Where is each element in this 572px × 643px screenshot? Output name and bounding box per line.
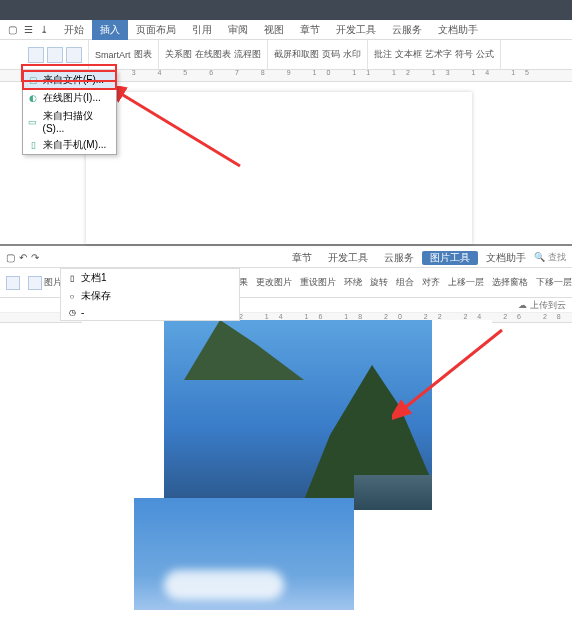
document-info-panel: ▯ 文档1 ○ 未保存 ◷ - [60, 268, 240, 321]
tab-review[interactable]: 审阅 [220, 20, 256, 40]
phone-label: 来自手机(M)... [43, 138, 106, 152]
relation-chart-label[interactable]: 关系图 [165, 48, 192, 61]
new-icon[interactable]: ▢ [6, 24, 18, 36]
doc-icon: ▯ [67, 273, 77, 283]
flowchart-label[interactable]: 流程图 [234, 48, 261, 61]
shadow-icon[interactable] [28, 276, 42, 290]
insert-picture-dropdown: ▢ 来自文件(F)... ◐ 在线图片(I)... ▭ 来自扫描仪(S)... … [22, 70, 117, 155]
ribbon-group-content: 截屏和取图 页码 水印 [268, 40, 368, 70]
ribbon-group-text: 批注 文本框 艺术字 符号 公式 [368, 40, 501, 70]
mountain-image[interactable] [164, 320, 432, 500]
inserted-images[interactable] [134, 320, 432, 610]
document-page-blank [86, 92, 472, 244]
tab-view[interactable]: 视图 [256, 20, 292, 40]
textbox-label[interactable]: 文本框 [395, 48, 422, 61]
online-chart-label[interactable]: 在线图表 [195, 48, 231, 61]
tab-start[interactable]: 开始 [56, 20, 92, 40]
dropdown-online[interactable]: ◐ 在线图片(I)... [23, 89, 116, 107]
lake-image[interactable] [354, 475, 432, 510]
unsaved-icon: ○ [67, 291, 77, 301]
group-label[interactable]: 组合 [396, 276, 414, 289]
ribbon-group-images [22, 40, 89, 70]
tab-picture-tools[interactable]: 图片工具 [422, 251, 478, 265]
redo-icon[interactable]: ↷ [31, 252, 39, 263]
top-screenshot: ▢ ☰ ⤓ 开始 插入 页面布局 引用 审阅 视图 章节 开发工具 云服务 文档… [0, 0, 572, 246]
online-label: 在线图片(I)... [43, 91, 101, 105]
pagenum-label[interactable]: 页码 [322, 48, 340, 61]
reset-label[interactable]: 重设图片 [300, 276, 336, 289]
new-icon[interactable]: ▢ [6, 252, 15, 263]
undo-icon[interactable]: ↶ [19, 252, 27, 263]
tab-cloud[interactable]: 云服务 [384, 20, 430, 40]
tab-cloud-b[interactable]: 云服务 [376, 251, 422, 265]
smartart-label[interactable]: SmartArt [95, 50, 131, 60]
chart-icon[interactable] [66, 47, 82, 63]
picture-icon[interactable] [28, 47, 44, 63]
dropdown-phone[interactable]: ▯ 来自手机(M)... [23, 136, 116, 154]
unsaved-row: ○ 未保存 [61, 287, 239, 305]
rotate-label[interactable]: 旋转 [370, 276, 388, 289]
cloud-upload[interactable]: ☁ 上传到云 [518, 299, 572, 312]
wordart-label[interactable]: 艺术字 [425, 48, 452, 61]
tab-references[interactable]: 引用 [184, 20, 220, 40]
ribbon-group-charts: 关系图 在线图表 流程图 [159, 40, 268, 70]
doc-name-row[interactable]: ▯ 文档1 [61, 269, 239, 287]
symbol-label[interactable]: 符号 [455, 48, 473, 61]
window-titlebar [0, 0, 572, 20]
dropdown-from-file[interactable]: ▢ 来自文件(F)... [23, 71, 116, 89]
clock-icon: ◷ [67, 308, 77, 318]
quick-access-bottom: ▢ ↶ ↷ [0, 252, 45, 263]
align-label[interactable]: 对齐 [422, 276, 440, 289]
ribbon-insert: SmartArt 图表 关系图 在线图表 流程图 截屏和取图 页码 水印 批注 … [0, 40, 572, 70]
doc-name-label: 文档1 [81, 271, 107, 285]
dash-label: - [81, 307, 84, 318]
dash-row: ◷ - [61, 305, 239, 320]
ribbon-group-smartart: SmartArt 图表 [89, 40, 159, 70]
sky-image[interactable] [134, 498, 354, 610]
dropdown-scanner[interactable]: ▭ 来自扫描仪(S)... [23, 107, 116, 136]
chart-label[interactable]: 图表 [134, 48, 152, 61]
screenshot-label[interactable]: 截屏和取图 [274, 48, 319, 61]
formula-label[interactable]: 公式 [476, 48, 494, 61]
shape-icon[interactable] [47, 47, 63, 63]
tab-page-layout[interactable]: 页面布局 [128, 20, 184, 40]
up-layer-label[interactable]: 上移一层 [448, 276, 484, 289]
save-icon[interactable]: ⤓ [38, 24, 50, 36]
tab-section-b[interactable]: 章节 [284, 251, 320, 265]
watermark-label[interactable]: 水印 [343, 48, 361, 61]
scanner-icon: ▭ [27, 116, 39, 128]
quick-access-toolbar: ▢ ☰ ⤓ [0, 24, 56, 36]
ribbon-tabs: ▢ ☰ ⤓ 开始 插入 页面布局 引用 审阅 视图 章节 开发工具 云服务 文档… [0, 20, 572, 40]
tab-developer-b[interactable]: 开发工具 [320, 251, 376, 265]
open-icon[interactable]: ☰ [22, 24, 34, 36]
phone-icon: ▯ [27, 139, 39, 151]
unsaved-label: 未保存 [81, 289, 111, 303]
from-file-label: 来自文件(F)... [43, 73, 104, 87]
search-button[interactable]: 🔍 查找 [534, 251, 572, 264]
tab-developer[interactable]: 开发工具 [328, 20, 384, 40]
bottom-screenshot: ▢ ↶ ↷ 章节 开发工具 云服务 图片工具 文档助手 🔍 查找 ▯ 文档1 ○… [0, 248, 572, 643]
file-icon: ▢ [27, 74, 39, 86]
online-icon: ◐ [27, 92, 39, 104]
tab-insert[interactable]: 插入 [92, 20, 128, 40]
scanner-label: 来自扫描仪(S)... [43, 109, 112, 134]
comment-label[interactable]: 批注 [374, 48, 392, 61]
ribbon-tabs-bottom: ▢ ↶ ↷ 章节 开发工具 云服务 图片工具 文档助手 🔍 查找 [0, 248, 572, 268]
tab-section[interactable]: 章节 [292, 20, 328, 40]
select-pane-label[interactable]: 选择窗格 [492, 276, 528, 289]
picture-insert-icon[interactable] [6, 276, 20, 290]
change-label[interactable]: 更改图片 [256, 276, 292, 289]
wrap-label[interactable]: 环绕 [344, 276, 362, 289]
down-layer-label[interactable]: 下移一层 [536, 276, 572, 289]
tab-doc-helper-b[interactable]: 文档助手 [478, 251, 534, 265]
tab-doc-helper[interactable]: 文档助手 [430, 20, 486, 40]
